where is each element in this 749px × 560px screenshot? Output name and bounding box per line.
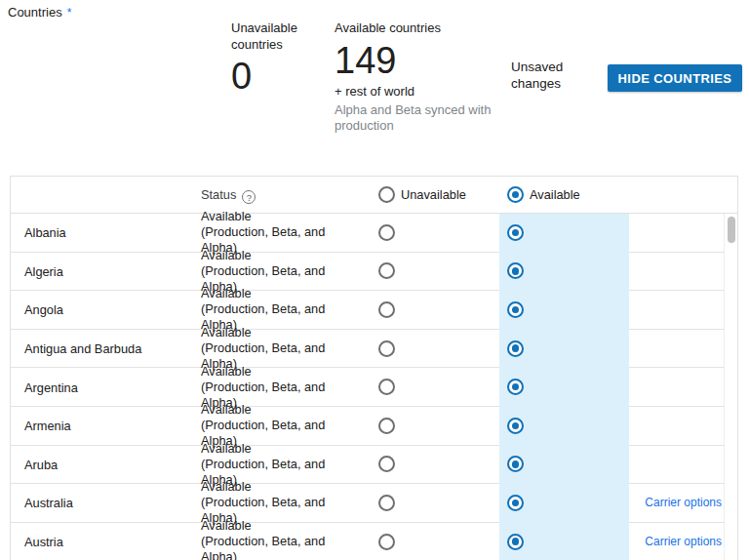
- required-asterisk: *: [67, 6, 72, 20]
- status-column-label: Status: [201, 187, 236, 202]
- available-column-label: Available: [530, 187, 580, 202]
- country-cell: Albania: [11, 223, 201, 241]
- status-text: Available: [201, 364, 362, 380]
- unavailable-cell: [362, 495, 499, 511]
- unavailable-radio[interactable]: [378, 418, 395, 434]
- country-name: Armenia: [24, 419, 71, 433]
- unavailable-cell: [362, 379, 499, 395]
- status-text: Available: [201, 248, 362, 263]
- country-name: Algeria: [24, 264, 63, 279]
- country-name: Australia: [24, 496, 73, 510]
- header-unavailable-cell: Unavailable: [362, 186, 499, 203]
- available-header-radio[interactable]: [507, 186, 524, 203]
- carrier-options-link[interactable]: Carrier options: [645, 535, 722, 548]
- scrollbar-track[interactable]: [724, 214, 737, 560]
- available-radio[interactable]: [507, 495, 524, 511]
- rest-of-world-label: + rest of world: [335, 84, 508, 100]
- table-header: Status? Unavailable Available: [11, 177, 737, 214]
- header-status-cell: Status?: [201, 185, 362, 205]
- country-cell: Aruba: [11, 456, 201, 473]
- status-cell: Available (Production, Beta, and Alpha): [201, 518, 362, 560]
- help-icon[interactable]: ?: [242, 190, 256, 204]
- country-cell: Algeria: [11, 262, 201, 280]
- status-text: Available: [201, 209, 362, 224]
- unavailable-column-label: Unavailable: [401, 187, 466, 202]
- status-text: Available: [201, 518, 362, 534]
- unavailable-cell: [362, 340, 499, 357]
- status-text: Available: [201, 479, 362, 495]
- header-available-cell: Available: [499, 186, 629, 203]
- carrier-options-link[interactable]: Carrier options: [645, 496, 722, 509]
- unavailable-cell: [362, 262, 499, 279]
- unavailable-header-radio[interactable]: [378, 186, 395, 203]
- carrier-cell: Carrier options: [629, 535, 737, 548]
- unavailable-radio[interactable]: [378, 495, 395, 511]
- unsaved-changes-label: Unsaved changes: [511, 60, 573, 92]
- unavailable-cell: [362, 301, 499, 318]
- unavailable-radio[interactable]: [378, 534, 395, 550]
- unavailable-radio[interactable]: [378, 301, 395, 318]
- available-radio[interactable]: [507, 534, 524, 550]
- unavailable-radio[interactable]: [378, 340, 395, 357]
- country-cell: Antigua and Barbuda: [11, 340, 201, 357]
- country-name: Aruba: [24, 458, 58, 472]
- status-text: Available: [201, 325, 362, 340]
- country-cell: Angola: [11, 300, 201, 318]
- unavailable-stat-label: Unavailable countries: [231, 20, 315, 53]
- available-radio[interactable]: [507, 340, 524, 357]
- countries-settings-page: Countries* Unavailable countries 0 Avail…: [0, 0, 749, 560]
- available-radio[interactable]: [507, 224, 524, 241]
- country-cell: Armenia: [11, 417, 201, 434]
- table-body: Albania Available (Production, Beta, and…: [11, 214, 737, 560]
- country-name: Albania: [24, 225, 66, 240]
- carrier-cell: Carrier options: [629, 496, 737, 509]
- status-detail-text: (Production, Beta, and Alpha): [201, 534, 362, 560]
- country-name: Austria: [24, 535, 63, 549]
- unavailable-radio[interactable]: [378, 224, 395, 241]
- field-label-text: Countries: [8, 5, 62, 20]
- available-countries-stat: Available countries 149 + rest of world …: [335, 20, 508, 134]
- unavailable-radio[interactable]: [378, 262, 395, 279]
- unavailable-radio[interactable]: [378, 456, 395, 472]
- available-radio[interactable]: [507, 418, 524, 434]
- country-cell: Austria: [11, 533, 201, 550]
- country-name: Antigua and Barbuda: [24, 341, 141, 356]
- country-cell: Australia: [11, 494, 201, 511]
- sync-note: Alpha and Beta synced with production: [335, 102, 508, 134]
- unavailable-countries-stat: Unavailable countries 0: [231, 20, 315, 98]
- available-radio[interactable]: [507, 301, 524, 318]
- available-stat-label: Available countries: [335, 20, 508, 37]
- scrollbar-thumb[interactable]: [728, 217, 735, 243]
- country-cell: Argentina: [11, 379, 201, 396]
- unavailable-cell: [362, 418, 499, 434]
- page-title: Countries*: [8, 5, 71, 20]
- unavailable-cell: [362, 534, 499, 550]
- available-stat-value: 149: [335, 40, 508, 82]
- status-text: Available: [201, 402, 362, 418]
- hide-countries-button[interactable]: HIDE COUNTRIES: [608, 64, 742, 92]
- unavailable-cell: [362, 224, 499, 241]
- country-name: Angola: [24, 302, 63, 317]
- unavailable-radio[interactable]: [378, 379, 395, 395]
- countries-table: Status? Unavailable Available Albania A: [10, 176, 738, 560]
- status-text: Available: [201, 441, 362, 457]
- country-name: Argentina: [24, 380, 78, 395]
- unavailable-cell: [362, 456, 499, 472]
- unavailable-stat-value: 0: [231, 56, 315, 98]
- status-text: Available: [201, 286, 362, 301]
